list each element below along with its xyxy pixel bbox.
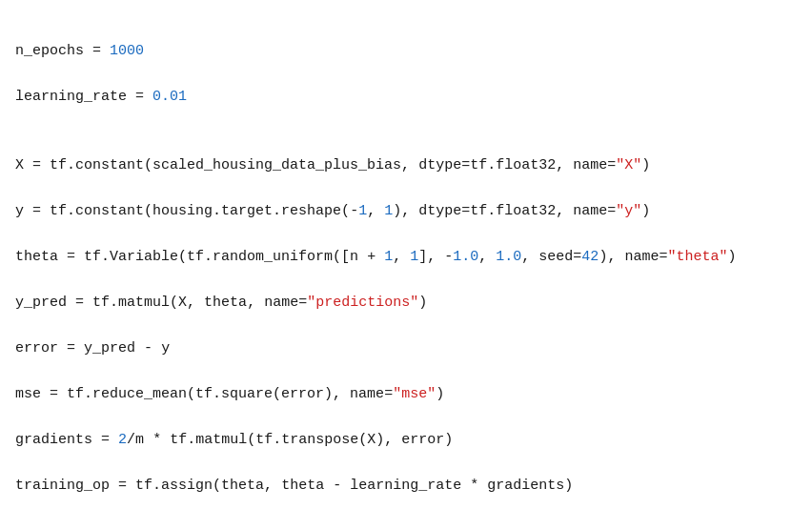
code-line-10: gradients = 2/m * tf.matmul(tf.transpose… bbox=[15, 429, 797, 452]
code-block: n_epochs = 1000 learning_rate = 0.01 X =… bbox=[15, 17, 797, 509]
code-container: n_epochs = 1000 learning_rate = 0.01 X =… bbox=[0, 0, 812, 509]
code-line-9: mse = tf.reduce_mean(tf.square(error), n… bbox=[15, 383, 797, 406]
code-line-4: X = tf.constant(scaled_housing_data_plus… bbox=[15, 154, 797, 177]
code-line-1: n_epochs = 1000 bbox=[15, 40, 797, 63]
code-line-2: learning_rate = 0.01 bbox=[15, 86, 797, 109]
code-line-6: theta = tf.Variable(tf.random_uniform([n… bbox=[15, 246, 797, 269]
code-line-5: y = tf.constant(housing.target.reshape(-… bbox=[15, 200, 797, 223]
code-line-11: training_op = tf.assign(theta, theta - l… bbox=[15, 475, 797, 498]
code-line-8: error = y_pred - y bbox=[15, 337, 797, 360]
code-line-7: y_pred = tf.matmul(X, theta, name="predi… bbox=[15, 292, 797, 315]
